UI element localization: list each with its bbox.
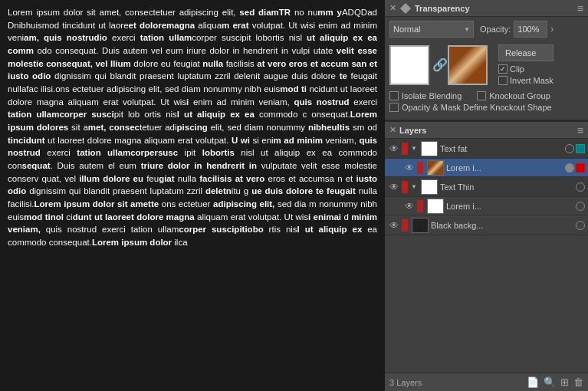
layer-color-box[interactable] (576, 144, 585, 153)
expand-icon[interactable]: ▼ (411, 145, 417, 152)
layer-icons-right (576, 221, 585, 230)
layers-close-icon[interactable]: ✕ (389, 125, 396, 135)
layer-name: Black backg... (431, 221, 574, 230)
layer-color-indicator (417, 200, 423, 212)
link-icon[interactable]: 🔗 (432, 58, 445, 72)
diamond-icon (400, 2, 411, 13)
right-panel: ✕ Transparency ≡ Normal ▼ Opacity: 100% … (385, 0, 588, 391)
new-layer-from-page-icon[interactable]: 📄 (527, 376, 539, 388)
layer-color-indicator (417, 162, 423, 174)
layer-thumbnail (421, 141, 438, 156)
invert-mask-checkbox-row: Invert Mask (498, 76, 554, 85)
layers-menu-icon[interactable]: ≡ (577, 124, 583, 136)
layer-circle-icon[interactable] (576, 182, 585, 192)
blend-mode-dropdown[interactable]: Normal ▼ (389, 21, 474, 38)
layers-footer-icons: 📄 🔍 ⊞ 🗑 (527, 376, 583, 388)
transparency-title: Transparency (415, 4, 470, 13)
layer-icons-right (576, 182, 585, 192)
layer-options-icon[interactable]: ⊞ (560, 376, 569, 388)
bottom-checkboxes: Isolate Blending Knockout Group Opacity … (385, 88, 588, 115)
delete-layer-icon[interactable]: 🗑 (573, 376, 583, 388)
layer-circle-icon[interactable] (576, 202, 585, 211)
transparency-header-left: ✕ Transparency (389, 3, 470, 13)
layer-color-indicator (402, 219, 408, 232)
text-canvas: Lorem ipsum dolor sit amet, consectetuer… (0, 0, 385, 391)
layer-name: Lorem i... (446, 202, 574, 211)
layer-icons-right (565, 144, 585, 153)
layer-thumbnail (421, 179, 438, 195)
visibility-icon[interactable]: 👁 (388, 219, 400, 232)
layer-thumbnail (427, 199, 444, 214)
layer-row[interactable]: 👁 Black backg... (385, 215, 588, 235)
layer-circle-icon[interactable] (576, 221, 585, 230)
layer-thumbnail (427, 160, 444, 176)
opacity-arrow[interactable]: › (550, 24, 554, 34)
layer-color-box[interactable] (576, 163, 585, 172)
visibility-icon[interactable]: 👁 (388, 181, 400, 193)
transparency-panel-header: ✕ Transparency ≡ (385, 0, 588, 17)
layer-row[interactable]: 👁 ▼ Text fat (385, 139, 588, 159)
layer-thumbnail[interactable] (389, 45, 429, 85)
invert-mask-label: Invert Mask (510, 76, 554, 85)
layer-row[interactable]: 👁 Lorem i... (385, 197, 588, 215)
layer-name: Text Thin (440, 182, 574, 192)
clip-checkbox[interactable] (498, 64, 508, 74)
layer-color-indicator (402, 181, 408, 193)
opacity-input[interactable]: 100% (514, 21, 547, 38)
opacity-mask-checkbox[interactable] (389, 103, 399, 112)
clip-label: Clip (510, 64, 524, 74)
layer-circle-icon[interactable] (565, 144, 574, 153)
layer-circle-icon[interactable] (565, 163, 574, 172)
clip-checkbox-row: Clip (498, 64, 554, 74)
knockout-group-checkbox[interactable] (477, 91, 486, 100)
search-layers-icon[interactable]: 🔍 (544, 376, 556, 388)
text-content: Lorem ipsum dolor sit amet, consectetuer… (0, 0, 385, 255)
blend-mode-label: Normal (393, 25, 420, 34)
invert-mask-checkbox[interactable] (498, 76, 508, 85)
visibility-icon[interactable]: 👁 (388, 143, 400, 155)
opacity-label: Opacity: (480, 25, 511, 34)
layer-row[interactable]: 👁 ▼ Text Thin (385, 177, 588, 197)
panel-menu-icon[interactable]: ≡ (577, 2, 583, 15)
isolate-blending-label: Isolate Blending (402, 91, 462, 100)
chevron-down-icon: ▼ (464, 26, 470, 33)
layer-icons-right (576, 202, 585, 211)
opacity-mask-row: Opacity & Mask Define Knockout Shape (389, 103, 583, 112)
layer-row[interactable]: 👁 Lorem i... (385, 159, 588, 177)
isolate-blending-checkbox[interactable] (389, 91, 399, 100)
visibility-icon[interactable]: 👁 (403, 162, 416, 174)
isolate-blending-row: Isolate Blending Knockout Group (389, 91, 583, 100)
layer-color-indicator (402, 143, 408, 155)
release-and-checkboxes: Release Clip Invert Mask (495, 44, 554, 85)
layers-footer: 3 Layers 📄 🔍 ⊞ 🗑 (385, 373, 588, 391)
mask-thumbnail[interactable] (448, 45, 488, 85)
close-icon[interactable]: ✕ (389, 3, 396, 13)
mask-thumbnail-row: 🔗 Release Clip Invert Mask (385, 41, 588, 88)
layers-list: 👁 ▼ Text fat 👁 Lorem i... (385, 139, 588, 373)
layer-icons-right (565, 163, 585, 172)
layer-name: Text fat (440, 144, 563, 153)
layers-panel-header: ✕ Layers ≡ (385, 122, 588, 139)
layer-name: Lorem i... (446, 163, 563, 172)
knockout-group-label: Knockout Group (489, 91, 550, 100)
layers-panel: ✕ Layers ≡ 👁 ▼ Text fat 👁 (385, 120, 588, 391)
transparency-panel: ✕ Transparency ≡ Normal ▼ Opacity: 100% … (385, 0, 588, 120)
expand-icon[interactable]: ▼ (411, 183, 417, 190)
layer-count: 3 Layers (389, 378, 422, 387)
release-button[interactable]: Release (498, 44, 554, 61)
layers-header-left: ✕ Layers (389, 125, 426, 135)
opacity-mask-label: Opacity & Mask Define Knockout Shape (402, 103, 552, 112)
layers-title: Layers (399, 126, 426, 135)
clip-checkboxes: Clip Invert Mask (498, 64, 554, 85)
transparency-controls-row: Normal ▼ Opacity: 100% › (385, 17, 588, 41)
visibility-icon[interactable]: 👁 (403, 200, 416, 212)
layer-thumbnail (412, 218, 429, 233)
